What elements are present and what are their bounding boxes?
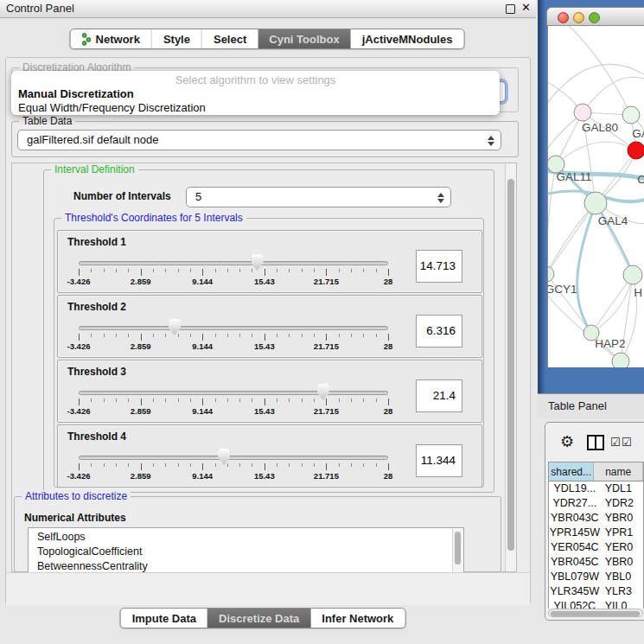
close-icon[interactable]: ✕ [521,1,531,14]
cell-shared-name[interactable]: YER054C [549,540,601,555]
cell-shared-name[interactable]: YBL079W [549,570,601,584]
column-view-icon[interactable] [587,435,604,450]
slider-track[interactable] [79,326,388,330]
float-window-icon[interactable] [506,4,515,14]
tick-mark [190,269,191,272]
tick-mark [265,463,265,470]
network-node-gcy1[interactable] [548,266,554,282]
network-edge[interactable] [591,275,633,333]
tab-jactivemnodules[interactable]: jActiveMNodules [351,29,464,48]
cell-name[interactable]: YIL0 [601,599,643,609]
scrollbar-thumb[interactable] [551,611,640,616]
scale-label: 28 [384,406,393,416]
network-view[interactable]: GAL80GAGAL11CGAL4GCY1HHAP2 [547,26,644,367]
tick-mark [79,334,80,341]
tick-mark [277,269,277,272]
tick-mark [326,269,327,276]
vertical-scrollbar[interactable] [505,163,516,571]
tab-network[interactable]: Network [71,29,151,48]
table-row[interactable]: YDL19...YDL1 [549,481,643,496]
popup-item-manual-discretization[interactable]: Manual Discretization [18,87,134,100]
network-node-ga[interactable] [622,106,640,124]
tick-mark [388,399,389,405]
tick-mark [376,463,377,467]
network-node-gal4[interactable] [584,192,607,214]
cell-shared-name[interactable]: YIL052C [549,599,601,609]
attributes-list[interactable]: SelfLoopsTopologicalCoefficientBetweenne… [28,527,464,579]
table-row[interactable]: YER054CYER0 [549,540,643,555]
bottom-tab-impute-data[interactable]: Impute Data [121,609,207,628]
cell-shared-name[interactable]: YBR043C [549,511,601,526]
tick-mark [339,399,340,402]
attribute-item[interactable]: SelfLoops [29,530,463,545]
attributes-list-scrollbar[interactable] [452,529,462,577]
cell-name[interactable]: YBL0 [601,570,643,584]
tick-mark [227,334,228,337]
scrollbar-thumb[interactable] [507,179,514,551]
checkbox-icon[interactable]: ☑ [610,436,621,449]
tab-style[interactable]: Style [151,29,201,48]
cell-shared-name[interactable]: YDL19... [549,481,601,496]
cell-name[interactable]: YPR1 [601,526,643,540]
table-row[interactable]: YBR043CYBR0 [549,511,643,526]
threshold-value-box[interactable]: 6.316 [416,315,462,348]
cell-shared-name[interactable]: YDR27... [549,496,601,511]
table-row[interactable]: YBL079WYBL0 [549,570,643,584]
network-node-gal80[interactable] [574,104,591,121]
cell-name[interactable]: YDR2 [601,496,643,511]
scale-label: 15.43 [254,277,275,286]
popup-item-equal-width-frequency[interactable]: Equal Width/Frequency Discretization [18,101,206,114]
scrollbar-thumb[interactable] [455,532,461,564]
threshold-value-box[interactable]: 11.344 [416,444,462,477]
column-header-shared-name[interactable]: shared... [549,462,594,481]
checkbox-icon[interactable]: ☑ [622,436,632,449]
slider-track[interactable] [79,456,388,460]
slider-track[interactable] [79,391,388,395]
cell-name[interactable]: YBR0 [601,511,643,526]
network-node[interactable] [612,353,629,367]
column-header-name[interactable]: name [594,462,643,481]
cell-name[interactable]: YBR0 [601,555,643,570]
tab-cyni-toolbox[interactable]: Cyni Toolbox [258,29,350,48]
cell-shared-name[interactable]: YLR345W [549,584,601,599]
mac-close-button[interactable] [558,12,569,23]
cell-shared-name[interactable]: YBR045C [549,555,601,570]
horizontal-scrollbar[interactable] [548,609,643,617]
mac-zoom-button[interactable] [589,12,600,23]
cell-name[interactable]: YDL1 [601,481,643,496]
tick-mark [128,463,129,467]
network-node-c[interactable] [628,142,644,159]
tick-mark [153,334,154,337]
network-edge[interactable] [548,203,596,274]
network-edge[interactable] [548,164,556,274]
bottom-tab-discretize-data[interactable]: Discretize Data [207,609,310,628]
network-edge[interactable] [548,112,583,163]
table-row[interactable]: YLR345WYLR3 [549,584,643,599]
cell-shared-name[interactable]: YPR145W [549,526,601,540]
bottom-tab-infer-network[interactable]: Infer Network [310,609,405,628]
tick-mark [202,334,203,341]
network-edge[interactable] [556,142,636,164]
threshold-value-box[interactable]: 21.4 [416,379,462,412]
tab-select[interactable]: Select [201,29,258,48]
table-row[interactable]: YBR045CYBR0 [549,555,643,570]
network-window-titlebar[interactable] [546,7,644,26]
slider-track[interactable] [79,261,388,265]
cell-name[interactable]: YER0 [601,540,643,555]
cell-name[interactable]: YLR3 [601,584,643,599]
num-intervals-dropdown[interactable]: 5 [186,187,451,207]
network-edge[interactable] [565,26,631,115]
table-row[interactable]: YDR27...YDR2 [549,496,643,511]
table-data-dropdown[interactable]: galFiltered.sif default node [17,130,501,150]
table-header-row: shared... name [549,462,643,481]
tick-mark [116,269,117,272]
tick-mark [141,269,142,276]
mac-minimize-button[interactable] [573,12,584,23]
table-row[interactable]: YPR145WYPR1 [549,526,643,540]
gear-icon[interactable]: ⚙ [560,433,574,450]
threshold-value-box[interactable]: 14.713 [416,250,462,283]
table-row[interactable]: YIL052CYIL0 [549,599,643,609]
network-edge[interactable] [548,64,644,109]
network-node-h[interactable] [623,265,642,284]
attribute-item[interactable]: TopologicalCoefficient [29,545,463,559]
